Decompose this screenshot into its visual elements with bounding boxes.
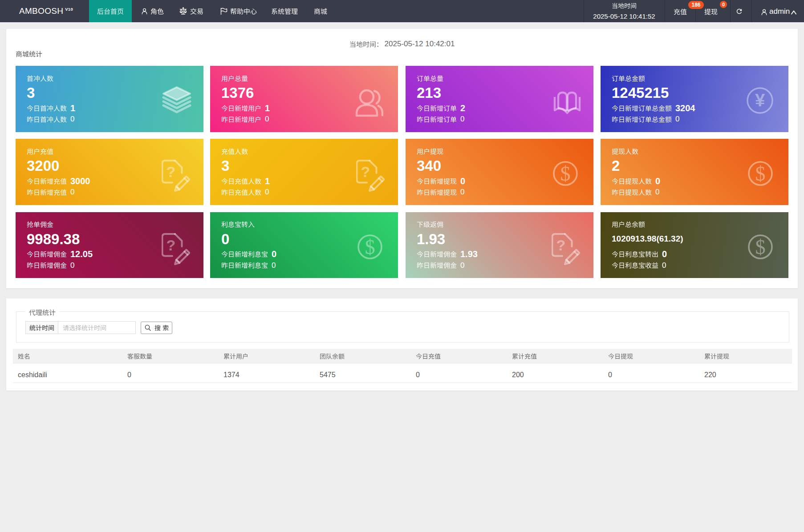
svg-text:?: ?	[166, 163, 176, 180]
svg-text:$: $	[755, 162, 766, 185]
svg-text:¥: ¥	[755, 90, 765, 110]
svg-text:$: $	[560, 162, 571, 185]
svg-text:?: ?	[166, 237, 176, 254]
svg-text:?: ?	[361, 163, 370, 180]
svg-text:$: $	[365, 236, 375, 258]
svg-text:$: $	[755, 236, 766, 258]
svg-text:?: ?	[556, 237, 566, 254]
